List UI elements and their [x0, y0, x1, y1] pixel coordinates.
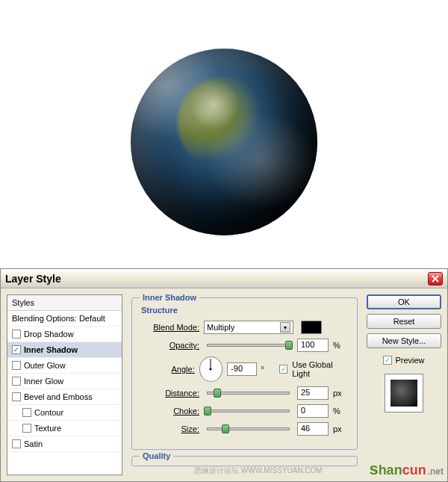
style-label: Bevel and Emboss — [24, 392, 93, 401]
style-label: Texture — [34, 424, 61, 433]
style-label: Satin — [24, 439, 43, 448]
style-outer-glow[interactable]: Outer Glow — [7, 358, 122, 374]
size-input[interactable]: 46 — [297, 422, 329, 436]
slider-thumb[interactable] — [222, 424, 229, 433]
style-label: Drop Shadow — [24, 330, 74, 339]
style-label: Contour — [34, 408, 63, 417]
watermark-logo: s han cun .net — [369, 460, 444, 479]
style-label: Inner Glow — [24, 377, 63, 386]
style-inner-shadow[interactable]: ✓Inner Shadow — [7, 342, 122, 358]
earth-image — [131, 49, 317, 235]
opacity-unit: % — [333, 341, 348, 350]
distance-unit: px — [333, 389, 348, 398]
size-slider[interactable] — [207, 427, 290, 430]
checkbox[interactable] — [22, 424, 31, 433]
style-contour[interactable]: Contour — [7, 405, 122, 421]
shadow-color-swatch[interactable] — [301, 321, 322, 334]
opacity-slider[interactable] — [207, 344, 290, 347]
close-icon — [432, 275, 439, 282]
preview-area — [0, 0, 448, 284]
blend-mode-label: Blend Mode: — [141, 323, 199, 332]
preview-checkbox[interactable]: ✓ — [383, 356, 392, 365]
layer-style-dialog: Layer Style Styles Blending Options: Def… — [0, 268, 448, 482]
choke-label: Choke: — [141, 407, 199, 415]
checkbox[interactable] — [12, 439, 21, 448]
styles-panel: Styles Blending Options: Default Drop Sh… — [7, 294, 122, 475]
global-light-checkbox[interactable]: ✓ — [279, 365, 287, 374]
checkbox[interactable] — [22, 408, 31, 417]
style-satin[interactable]: Satin — [7, 436, 122, 452]
distance-row: Distance: 25 px — [141, 386, 348, 400]
opacity-label: Opacity: — [141, 341, 199, 350]
checkbox[interactable] — [12, 392, 21, 401]
slider-thumb[interactable] — [285, 341, 293, 350]
style-label: Outer Glow — [24, 361, 66, 370]
angle-row: Angle: -90 ° ✓ Use Global Light — [141, 356, 348, 382]
chevron-down-icon: ▾ — [280, 322, 290, 333]
dialog-title: Layer Style — [5, 273, 61, 285]
new-style-button[interactable]: New Style... — [367, 333, 441, 348]
section-title: Inner Shadow — [140, 293, 199, 302]
checkbox[interactable]: ✓ — [12, 345, 21, 354]
size-unit: px — [333, 424, 348, 433]
angle-unit: ° — [261, 365, 275, 374]
ok-button[interactable]: OK — [367, 294, 441, 309]
opacity-row: Opacity: 100 % — [141, 339, 348, 352]
reset-button[interactable]: Reset — [367, 314, 441, 329]
preview-inner — [391, 380, 417, 407]
titlebar: Layer Style — [1, 269, 447, 288]
distance-slider[interactable] — [207, 392, 290, 395]
blending-options-item[interactable]: Blending Options: Default — [7, 311, 122, 327]
checkbox[interactable] — [12, 377, 21, 386]
size-label: Size: — [141, 424, 199, 433]
quality-label: Quality — [140, 451, 173, 460]
footer-watermark-text: 思缘设计论坛 WWW.MISSYUAN.COM — [194, 466, 323, 476]
checkbox[interactable] — [12, 361, 21, 370]
blend-mode-select[interactable]: Multiply ▾ — [204, 321, 293, 334]
style-label: Inner Shadow — [24, 345, 78, 354]
choke-unit: % — [333, 407, 348, 415]
size-row: Size: 46 px — [141, 422, 348, 436]
angle-input[interactable]: -90 — [227, 362, 256, 376]
choke-input[interactable]: 0 — [297, 404, 329, 418]
choke-slider[interactable] — [207, 410, 290, 413]
style-texture[interactable]: Texture — [7, 421, 122, 436]
preview-checkbox-row: ✓ Preview — [383, 356, 424, 365]
opacity-input[interactable]: 100 — [297, 339, 329, 352]
structure-label: Structure — [141, 306, 348, 315]
blend-mode-row: Blend Mode: Multiply ▾ — [141, 321, 348, 334]
choke-row: Choke: 0 % — [141, 404, 348, 418]
style-bevel-emboss[interactable]: Bevel and Emboss — [7, 389, 122, 405]
slider-thumb[interactable] — [214, 389, 221, 398]
distance-input[interactable]: 25 — [297, 386, 329, 400]
preview-label: Preview — [395, 356, 424, 365]
style-drop-shadow[interactable]: Drop Shadow — [7, 327, 122, 342]
distance-label: Distance: — [141, 389, 199, 398]
right-panel: OK Reset New Style... ✓ Preview — [367, 294, 441, 475]
close-button[interactable] — [428, 272, 443, 285]
checkbox[interactable] — [12, 330, 21, 339]
settings-panel: Inner Shadow Structure Blend Mode: Multi… — [128, 294, 361, 475]
styles-header[interactable]: Styles — [7, 295, 122, 311]
quality-fieldset: Quality — [131, 456, 358, 466]
preview-thumbnail — [385, 374, 423, 413]
angle-dial[interactable] — [199, 356, 223, 382]
blend-mode-value: Multiply — [207, 323, 234, 332]
style-inner-glow[interactable]: Inner Glow — [7, 374, 122, 389]
inner-shadow-fieldset: Inner Shadow Structure Blend Mode: Multi… — [131, 297, 358, 450]
angle-label: Angle: — [141, 365, 195, 374]
global-light-label: Use Global Light — [292, 360, 348, 378]
slider-thumb[interactable] — [204, 407, 211, 415]
